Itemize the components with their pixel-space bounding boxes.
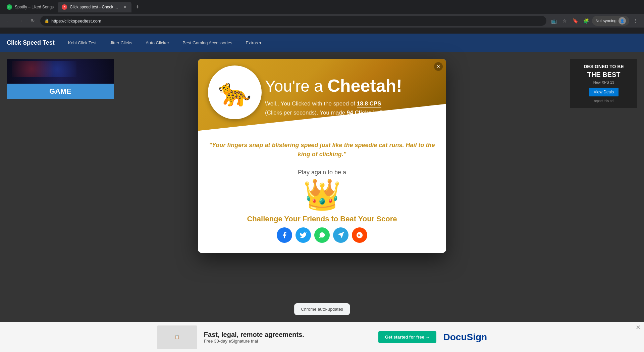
facebook-share-button[interactable]	[277, 227, 292, 243]
modal-title-bold: Cheetah!	[327, 76, 402, 95]
modal-heading: You're a Cheetah!	[265, 76, 433, 96]
modal-header: 🐆 You're a Cheetah! Well.. You Clicked w…	[198, 59, 446, 131]
tab-clickspeed[interactable]: 🖱 Click speed test - Check Clicks p ✕	[58, 2, 131, 12]
cast-icon[interactable]: 📺	[549, 16, 558, 26]
browser-chrome: S Spotify – Liked Songs 🖱 Click speed te…	[0, 0, 644, 34]
ad-brand-logo: DocuSign	[443, 332, 487, 343]
forward-button[interactable]: →	[16, 16, 25, 26]
not-syncing-label: Not syncing	[595, 18, 616, 23]
not-syncing-button[interactable]: Not syncing 👤	[592, 16, 629, 26]
reddit-share-button[interactable]: R	[352, 227, 367, 243]
challenge-title: Challenge Your Friends to Beat Your Scor…	[208, 215, 436, 223]
right-ad-title: THE BEST	[575, 71, 632, 79]
ad-image-label: 📋	[175, 335, 179, 339]
report-ad-link[interactable]: report this ad	[575, 99, 632, 103]
new-tab-button[interactable]: +	[133, 2, 142, 12]
ad-close-button[interactable]: ✕	[636, 324, 641, 331]
lock-icon: 🔒	[44, 18, 49, 23]
game-decoration	[12, 61, 76, 77]
modal-body: "Your fingers snap at blistering speed j…	[198, 131, 446, 253]
right-ad-subtitle: New XPS 13	[575, 80, 632, 84]
crown-image: 👑	[208, 179, 436, 210]
right-ad-cta-button[interactable]: View Deals	[589, 88, 619, 96]
spotify-favicon: S	[7, 4, 12, 10]
ad-text-area: Fast, legal, remote agreements. Free 30-…	[204, 331, 372, 344]
quote-text: "Your fingers snap at blistering speed j…	[208, 137, 436, 162]
site-brand[interactable]: Click Speed Test	[7, 39, 55, 46]
tab-clickspeed-title: Click speed test - Check Clicks p	[70, 5, 119, 9]
back-button[interactable]: ←	[4, 16, 13, 26]
nav-accessories[interactable]: Best Gaming Accessories	[182, 40, 232, 45]
address-bar[interactable]: 🔒 https://clickspeedtest.com	[40, 16, 546, 26]
telegram-share-button[interactable]	[333, 227, 348, 243]
tab-spotify-title: Spotify – Liked Songs	[15, 5, 54, 9]
subtitle-before: Well.. You Clicked with the speed of	[265, 100, 357, 107]
clickspeed-favicon: 🖱	[62, 4, 67, 10]
ad-cta-button[interactable]: Get started for free →	[378, 331, 437, 343]
menu-button[interactable]: ⋮	[631, 16, 640, 26]
website-content: Click Speed Test Kohi Click Test Jitter …	[0, 34, 644, 352]
nav-jitter[interactable]: Jitter Clicks	[110, 40, 132, 45]
play-again-text: Play again to be a	[208, 169, 436, 176]
ad-title: Fast, legal, remote agreements.	[204, 331, 372, 339]
cheetah-image: 🐆	[218, 79, 252, 106]
reload-button[interactable]: ↻	[28, 16, 38, 26]
game-background: GAME	[7, 59, 114, 99]
game-area: GAME	[7, 59, 114, 99]
twitter-share-button[interactable]	[296, 227, 311, 243]
modal-close-button[interactable]: ✕	[434, 62, 443, 71]
svg-marker-1	[338, 232, 344, 238]
subtitle-after: (Clicks per seconds). You made	[265, 109, 347, 116]
nav-kohi[interactable]: Kohi Click Test	[68, 40, 97, 45]
game-button[interactable]: GAME	[7, 84, 114, 99]
ad-image: 📋	[157, 325, 197, 349]
extension-icon[interactable]: 🧩	[581, 16, 591, 26]
right-ad-tag: DESIGNED TO BE	[575, 64, 632, 69]
result-modal: ✕ 🐆 You're a Cheetah! Well.. You Clicked…	[198, 59, 446, 253]
svg-text:R: R	[358, 233, 361, 237]
tab-bar: S Spotify – Liked Songs 🖱 Click speed te…	[0, 0, 644, 14]
right-advertisement: DESIGNED TO BE THE BEST New XPS 13 View …	[570, 59, 637, 108]
social-icons: R	[208, 227, 436, 243]
toolbar-icons: 📺 ☆ 🔖 🧩 Not syncing 👤 ⋮	[549, 16, 640, 26]
ad-subtitle: Free 30-day eSignature trial	[204, 339, 372, 344]
user-avatar: 👤	[619, 17, 626, 25]
update-text: Chrome auto-updates	[301, 307, 343, 312]
nav-auto[interactable]: Auto Clicker	[146, 40, 169, 45]
cps-value: 18.8 CPS	[357, 100, 381, 107]
site-nav: Click Speed Test Kohi Click Test Jitter …	[0, 34, 644, 52]
bottom-advertisement: ✕ 📋 Fast, legal, remote agreements. Free…	[0, 322, 644, 352]
star-icon[interactable]: ☆	[560, 16, 569, 26]
modal-title-regular: You're a	[265, 77, 327, 95]
nav-extras[interactable]: Extras ▾	[246, 40, 261, 45]
whatsapp-share-button[interactable]	[314, 227, 330, 243]
bookmark-icon[interactable]: 🔖	[571, 16, 580, 26]
tab-spotify[interactable]: S Spotify – Liked Songs	[3, 2, 58, 12]
close-tab-button[interactable]: ✕	[122, 4, 127, 10]
url-text: https://clickspeedtest.com	[51, 18, 101, 24]
update-notice: Chrome auto-updates	[294, 303, 350, 315]
cheetah-avatar: 🐆	[208, 65, 262, 119]
address-bar-row: ← → ↻ 🔒 https://clickspeedtest.com 📺 ☆ 🔖…	[0, 14, 644, 28]
